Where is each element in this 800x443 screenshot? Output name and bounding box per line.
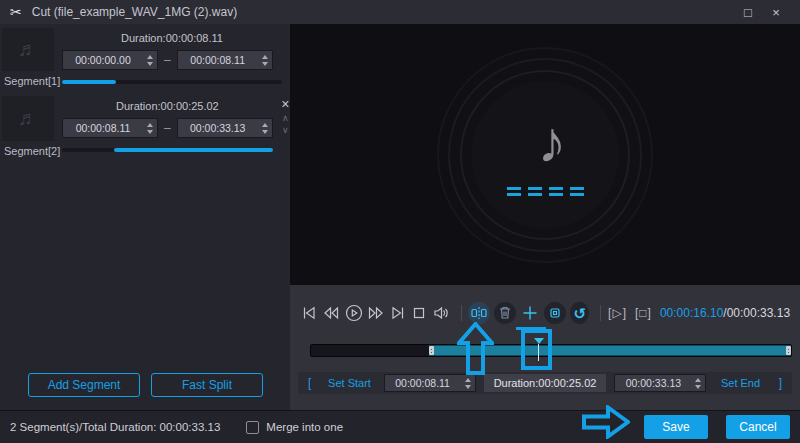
spinner-icon[interactable] — [143, 51, 157, 69]
stop-segment-button[interactable]: [□] — [635, 306, 652, 320]
play-segment-button[interactable]: [▷] — [608, 306, 627, 320]
reset-button[interactable]: ↺ — [570, 302, 589, 324]
fast-forward-button[interactable] — [367, 302, 386, 324]
main-area: ♬ Segment[1] Duration:00:00:08.11 00:00:… — [0, 24, 800, 410]
up-arrow-annotation — [457, 322, 494, 375]
set-start-button[interactable]: Set Start — [315, 377, 383, 389]
add-segment-button[interactable]: Add Segment — [28, 373, 140, 397]
segment-1-progress — [62, 80, 282, 84]
move-down-icon[interactable]: ∨ — [282, 126, 289, 134]
music-note-icon: ♬ — [18, 38, 38, 61]
segment-1-thumbnail[interactable]: ♬ — [2, 28, 54, 71]
trim-duration: Duration:00:00:25.02 — [484, 374, 607, 392]
merge-checkbox[interactable] — [246, 421, 259, 434]
highlight-box-annotation — [521, 329, 552, 370]
segment-item-2[interactable]: ♬ Segment[2] Duration:00:00:25.02 00:00:… — [0, 96, 290, 157]
trim-bar: [ Set Start 00:00:08.11 Duration:00:00:2… — [298, 372, 792, 394]
time-display: 00:00:16.10/00:00:33.13 — [660, 306, 790, 320]
fast-split-button[interactable]: Fast Split — [151, 373, 263, 397]
move-up-icon[interactable]: ∧ — [282, 114, 289, 122]
cancel-button[interactable]: Cancel — [726, 415, 790, 439]
segment-2-progress — [62, 148, 273, 152]
range-dash: – — [164, 53, 171, 67]
segment-1-end-input[interactable]: 00:00:08.11 — [177, 50, 273, 70]
segment-2-end-input[interactable]: 00:00:33.13 — [177, 118, 273, 138]
save-button[interactable]: Save — [644, 415, 708, 439]
audio-disc-graphic: ♪ — [471, 81, 619, 229]
segment-1-duration: Duration:00:00:08.11 — [62, 32, 282, 44]
audio-preview-area: ♪ — [290, 24, 800, 285]
remove-segment-icon[interactable]: × — [281, 98, 289, 110]
title-bar: ✂ Cut (file_example_WAV_1MG (2).wav) □ × — [0, 0, 800, 24]
footer-bar: 2 Segment(s)/Total Duration: 00:00:33.13… — [0, 410, 800, 443]
segment-2-label: Segment[2] — [2, 145, 58, 157]
segment-item-1[interactable]: ♬ Segment[1] Duration:00:00:08.11 00:00:… — [0, 28, 290, 87]
delete-segment-button[interactable] — [494, 302, 516, 324]
spinner-icon[interactable] — [461, 375, 475, 391]
current-time: 00:00:16.10 — [660, 306, 723, 320]
range-dash: – — [164, 121, 171, 135]
music-note-icon: ♬ — [18, 107, 38, 130]
maximize-button[interactable]: □ — [734, 1, 762, 23]
equalizer-icon — [507, 187, 584, 196]
rewind-button[interactable] — [322, 302, 341, 324]
split-button[interactable] — [468, 302, 490, 324]
skip-to-end-button[interactable] — [388, 302, 407, 324]
divider — [600, 305, 601, 321]
end-bracket: ] — [775, 376, 786, 390]
set-end-button[interactable]: Set End — [706, 377, 774, 389]
music-note-icon: ♪ — [538, 113, 567, 171]
spinner-icon[interactable] — [691, 375, 705, 391]
segments-panel: ♬ Segment[1] Duration:00:00:08.11 00:00:… — [0, 24, 290, 410]
skip-to-start-button[interactable] — [300, 302, 319, 324]
add-segment-tool-button[interactable] — [520, 302, 540, 324]
segment-1-start-input[interactable]: 00:00:00.00 — [62, 50, 158, 70]
selection-start-handle[interactable] — [429, 346, 434, 355]
trim-end-input[interactable]: 00:00:33.13 — [614, 374, 706, 392]
spinner-icon[interactable] — [258, 119, 272, 137]
stop-button[interactable] — [410, 302, 429, 324]
divider — [461, 305, 462, 321]
window-title: Cut (file_example_WAV_1MG (2).wav) — [32, 5, 734, 19]
merge-checkbox-label: Merge into one — [266, 421, 343, 433]
play-button[interactable] — [344, 302, 364, 324]
segment-2-duration: Duration:00:00:25.02 — [62, 100, 273, 112]
copy-segment-button[interactable] — [544, 302, 566, 324]
spinner-icon[interactable] — [143, 119, 157, 137]
close-button[interactable]: × — [762, 1, 790, 23]
selection-end-handle[interactable] — [786, 346, 791, 355]
segment-2-thumbnail[interactable]: ♬ — [2, 96, 54, 141]
volume-button[interactable] — [432, 302, 451, 324]
right-arrow-annotation — [582, 405, 630, 439]
segment-1-label: Segment[1] — [2, 75, 58, 87]
trim-start-input[interactable]: 00:00:08.11 — [384, 374, 476, 392]
total-time: 00:00:33.13 — [727, 306, 790, 320]
segments-status-text: 2 Segment(s)/Total Duration: 00:00:33.13 — [10, 421, 220, 433]
spinner-icon[interactable] — [258, 51, 272, 69]
scissors-icon: ✂ — [10, 4, 22, 20]
start-bracket: [ — [304, 376, 315, 390]
segment-2-start-input[interactable]: 00:00:08.11 — [62, 118, 158, 138]
